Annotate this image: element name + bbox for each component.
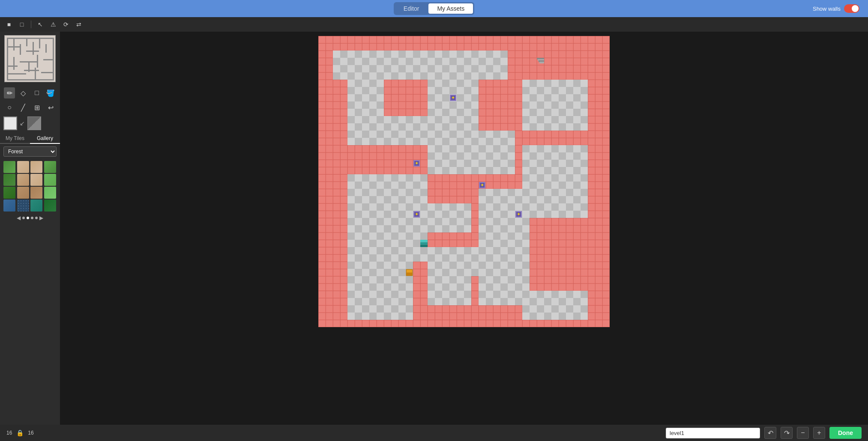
show-walls-toggle[interactable] <box>844 4 859 13</box>
zoom-out-button[interactable]: − <box>797 427 809 439</box>
pag-dot-3[interactable] <box>31 217 33 219</box>
tab-editor[interactable]: Editor <box>395 3 428 14</box>
svg-rect-7 <box>26 38 27 46</box>
tile-cell[interactable] <box>30 161 42 173</box>
tool-fill[interactable]: 🪣 <box>45 87 56 98</box>
mini-map <box>4 35 56 82</box>
tile-grid <box>0 159 60 213</box>
tool-back[interactable]: ↩ <box>45 102 56 113</box>
zoom-in-button[interactable]: + <box>813 427 825 439</box>
color-swatch-primary[interactable] <box>3 116 17 130</box>
svg-rect-6 <box>20 44 21 55</box>
tile-cell[interactable] <box>44 174 56 186</box>
tile-cell[interactable] <box>3 161 15 173</box>
tool-row-1: ✏ ◇ □ 🪣 <box>0 86 60 100</box>
toolbar-icon-grid[interactable]: ■ <box>4 20 14 29</box>
svg-rect-19 <box>28 61 30 72</box>
tool-line[interactable]: ╱ <box>18 102 29 113</box>
svg-rect-12 <box>26 51 39 52</box>
svg-rect-21 <box>35 68 36 80</box>
tile-cell[interactable] <box>3 200 15 212</box>
toolbar-separator <box>31 21 31 28</box>
svg-rect-15 <box>37 55 38 68</box>
left-panel: ✏ ◇ □ 🪣 ○ ╱ ⊞ ↩ ↙ My Tiles Gallery Fores… <box>0 32 60 425</box>
canvas-area[interactable] <box>60 32 868 425</box>
toolbar-icon-cursor[interactable]: ↖ <box>36 20 45 29</box>
tile-cell[interactable] <box>17 187 29 199</box>
svg-rect-8 <box>33 42 34 55</box>
mini-map-maze <box>5 36 55 82</box>
tile-cell[interactable] <box>44 161 56 173</box>
tool-circle[interactable]: ○ <box>4 102 15 113</box>
pag-dot-1[interactable] <box>22 217 25 219</box>
show-walls-label: Show walls <box>813 6 841 12</box>
top-bar: Editor My Assets Show walls <box>0 0 868 17</box>
svg-rect-9 <box>39 38 40 48</box>
tool-row-2: ○ ╱ ⊞ ↩ <box>0 100 60 115</box>
tile-cell[interactable] <box>30 187 42 199</box>
svg-rect-16 <box>43 59 53 60</box>
toolbar-icon-swap[interactable]: ⇄ <box>74 20 84 29</box>
svg-rect-0 <box>5 36 56 82</box>
mini-map-svg <box>5 36 56 82</box>
tool-pencil[interactable]: ✏ <box>4 87 15 98</box>
tool-diamond[interactable]: ◇ <box>18 87 29 98</box>
tile-cell[interactable] <box>30 200 42 212</box>
tile-cell[interactable] <box>30 174 42 186</box>
svg-rect-3 <box>53 38 54 80</box>
level-name-input[interactable] <box>666 428 760 438</box>
toolbar-icon-square[interactable]: □ <box>17 20 27 29</box>
tile-cell[interactable] <box>3 174 15 186</box>
color-swap-btn[interactable]: ↙ <box>20 120 25 127</box>
done-button[interactable]: Done <box>829 427 862 439</box>
coord-y: 16 <box>28 430 33 436</box>
show-walls-section: Show walls <box>813 4 859 13</box>
toolbar-icon-refresh[interactable]: ⟳ <box>61 20 71 29</box>
tile-category-dropdown[interactable]: Forest Dungeon City Desert Snow <box>3 146 57 157</box>
pag-next[interactable]: ▶ <box>39 215 43 221</box>
svg-rect-18 <box>24 70 39 71</box>
pag-dot-4[interactable] <box>35 217 38 219</box>
tab-my-tiles[interactable]: My Tiles <box>0 134 30 143</box>
main-layout: ✏ ◇ □ 🪣 ○ ╱ ⊞ ↩ ↙ My Tiles Gallery Fores… <box>0 32 868 425</box>
svg-rect-13 <box>13 57 15 70</box>
toolbar-icon-warning[interactable]: ⚠ <box>48 20 58 29</box>
svg-rect-20 <box>7 73 26 74</box>
tile-cell[interactable] <box>17 161 29 173</box>
svg-rect-4 <box>7 79 54 80</box>
tool-rect[interactable]: □ <box>31 87 42 98</box>
color-3d-btn[interactable] <box>27 116 41 130</box>
tool-grid[interactable]: ⊞ <box>31 102 42 113</box>
map-canvas[interactable] <box>318 36 610 327</box>
tile-cell[interactable] <box>17 200 29 212</box>
tile-cell[interactable] <box>44 187 56 199</box>
svg-rect-22 <box>41 72 53 73</box>
redo-button[interactable]: ↷ <box>781 427 793 439</box>
tab-my-assets[interactable]: My Assets <box>428 3 473 14</box>
coord-x: 16 <box>6 430 12 436</box>
svg-rect-17 <box>7 66 18 67</box>
svg-rect-5 <box>13 38 15 51</box>
panel-tabs: My Tiles Gallery <box>0 134 60 144</box>
tab-gallery[interactable]: Gallery <box>30 134 60 144</box>
undo-button[interactable]: ↶ <box>764 427 776 439</box>
svg-rect-11 <box>7 46 20 48</box>
toolbar-row: ■ □ ↖ ⚠ ⟳ ⇄ <box>0 17 868 32</box>
pagination-row: ◀ ▶ <box>0 213 60 223</box>
pag-prev[interactable]: ◀ <box>17 215 21 221</box>
game-map-container <box>318 36 610 327</box>
bottom-bar: 16 🔒 16 ↶ ↷ − + Done <box>0 425 868 441</box>
tile-cell[interactable] <box>17 174 29 186</box>
tab-group: Editor My Assets <box>394 2 474 15</box>
tile-cell[interactable] <box>3 187 15 199</box>
svg-rect-10 <box>45 44 47 53</box>
lock-icon: 🔒 <box>16 429 24 436</box>
color-row: ↙ <box>0 115 60 132</box>
tile-cell[interactable] <box>44 200 56 212</box>
pag-dot-2[interactable] <box>27 217 29 219</box>
